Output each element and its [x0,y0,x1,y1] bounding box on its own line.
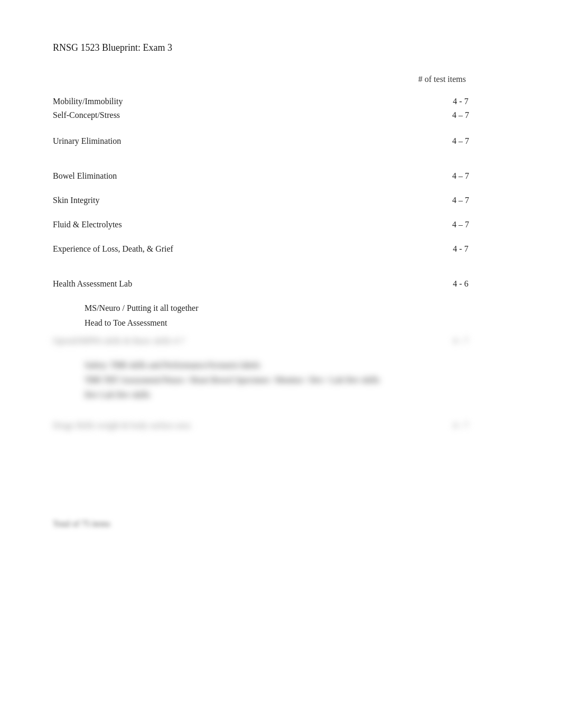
blurred-sub-1: Safety: TBR skills and Performance/Scena… [85,361,508,370]
row-health: Health Assessment Lab 4 - 6 [53,279,508,289]
mobility-values: 4 - 7 4 – 7 [445,95,508,122]
urinary-label: Urinary Elimination [53,136,317,146]
blurred-sub-label-3: Dev Lab Dev skills [85,390,349,400]
self-concept-value: 4 – 7 [445,108,476,122]
skin-value: 4 – 7 [445,196,508,205]
content-area: Mobility/Immobility Self-Concept/Stress … [53,95,508,529]
row-skin: Skin Integrity 4 – 7 [53,196,508,205]
mobility-label: Mobility/Immobility [53,95,317,108]
header-label: # of test items [418,75,466,84]
row-fluid: Fluid & Electrolytes 4 – 7 [53,220,508,229]
blurred-sub-2: TBR TBT Assessment/Neuro / Heart Bowel S… [85,375,508,385]
blurred-label-1: Opioid/HIPPA skills & Basic skills 4-7 [53,336,317,346]
row-urinary: Urinary Elimination 4 – 7 [53,136,508,146]
health-label: Health Assessment Lab [53,279,317,289]
bowel-label: Bowel Elimination [53,171,317,181]
urinary-value: 4 – 7 [445,136,508,146]
msneuro-label: MS/Neuro / Putting it all together [85,303,349,313]
loss-label: Experience of Loss, Death, & Grief [53,244,317,254]
fluid-label: Fluid & Electrolytes [53,220,317,229]
fluid-value: 4 – 7 [445,220,508,229]
skin-label: Skin Integrity [53,196,317,205]
sub-item-headtoe: Head to Toe Assessment [85,318,508,328]
row-mobility: Mobility/Immobility Self-Concept/Stress … [53,95,508,122]
total-line: Total of 75 items [53,519,508,529]
health-value: 4 - 6 [445,279,508,289]
row-bowel: Bowel Elimination 4 – 7 [53,171,508,181]
blurred-value-1: 4 - 7 [445,336,508,346]
blurred-sub-label-2: TBR TBT Assessment/Neuro / Heart Bowel S… [85,375,401,385]
mobility-value: 4 - 7 [445,95,476,108]
blurred-row-2: Drugs Skills weight & body surface area … [53,421,508,430]
blurred-sub-3: Dev Lab Dev skills [85,390,508,400]
blurred-label-2: Drugs Skills weight & body surface area [53,421,317,430]
blurred-row-1: Opioid/HIPPA skills & Basic skills 4-7 4… [53,336,508,346]
mobility-labels: Mobility/Immobility Self-Concept/Stress [53,95,317,122]
sub-item-msneuro: MS/Neuro / Putting it all together [85,303,508,313]
blurred-sub-label-1: Safety: TBR skills and Performance/Scena… [85,361,349,370]
loss-value: 4 - 7 [445,244,508,254]
self-concept-label: Self-Concept/Stress [53,108,317,122]
row-loss: Experience of Loss, Death, & Grief 4 - 7 [53,244,508,254]
blurred-value-2: 4 - 7 [445,421,508,430]
page-title: RNSG 1523 Blueprint: Exam 3 [53,42,508,53]
headtoe-label: Head to Toe Assessment [85,318,349,328]
bowel-value: 4 – 7 [445,171,508,181]
